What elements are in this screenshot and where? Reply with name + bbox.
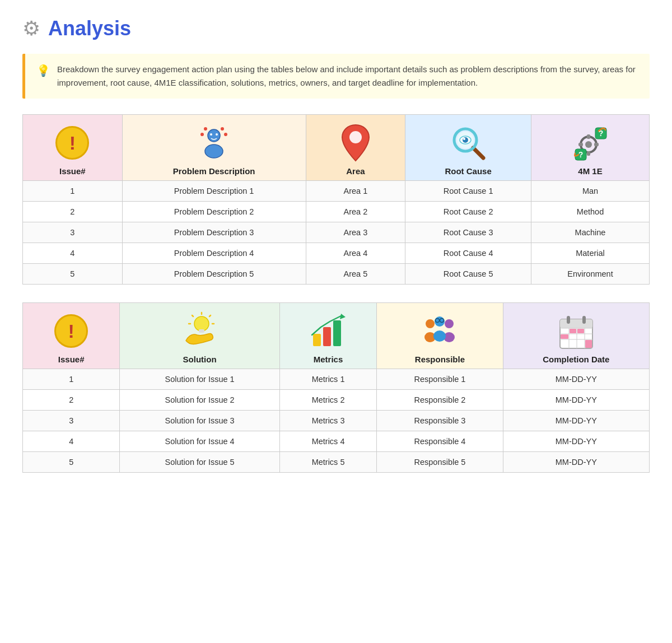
exclaim-icon: !	[52, 123, 92, 163]
table-cell: Metrics 4	[279, 431, 376, 452]
table-cell: Environment	[531, 264, 650, 285]
svg-rect-22	[587, 151, 590, 156]
svg-rect-51	[567, 316, 570, 324]
svg-point-45	[433, 330, 446, 342]
th-area: Area	[306, 115, 405, 181]
table-cell: Problem Description 5	[122, 264, 306, 285]
svg-text:!: !	[221, 127, 223, 132]
svg-text:!: !	[204, 127, 206, 132]
table-cell: 5	[23, 264, 123, 285]
svg-point-1	[205, 145, 223, 158]
table-cell: Metrics 3	[279, 411, 376, 431]
th-problem-label: Problem Description	[173, 166, 255, 176]
person-icon: ! ! ! !	[194, 123, 234, 163]
th-issue-label: Issue#	[59, 166, 86, 176]
gear-icon: ⚙	[22, 17, 40, 40]
table-row: 1Problem Description 1Area 1Root Cause 1…	[23, 181, 650, 202]
svg-line-32	[209, 315, 211, 316]
table-cell: 2	[23, 202, 123, 222]
analysis-table-1: ! Issue#	[22, 114, 650, 285]
th2-responsible-label: Responsible	[415, 355, 465, 364]
table2-wrapper: ! Issue#	[22, 302, 650, 473]
svg-point-42	[445, 319, 454, 328]
table-row: 3Solution for Issue 3Metrics 3Responsibl…	[23, 411, 650, 431]
th2-metrics-label: Metrics	[314, 355, 343, 364]
table-cell: Responsible 2	[377, 390, 503, 411]
table-cell: Responsible 3	[377, 411, 503, 431]
th-area-label: Area	[346, 166, 365, 176]
svg-text:!: !	[201, 132, 203, 137]
table-cell: 1	[23, 181, 123, 202]
svg-rect-59	[570, 329, 576, 333]
table-cell: Responsible 4	[377, 431, 503, 452]
th-problem: ! ! ! !	[122, 115, 306, 181]
table-cell: Man	[531, 181, 650, 202]
th2-solution-label: Solution	[183, 355, 217, 364]
table-cell: 4	[23, 431, 120, 452]
table-cell: 2	[23, 390, 120, 411]
table-cell: Problem Description 1	[122, 181, 306, 202]
svg-rect-37	[323, 327, 331, 346]
table-cell: Responsible 1	[377, 369, 503, 390]
table-cell: Area 5	[306, 264, 405, 285]
table-cell: MM-DD-YY	[503, 452, 649, 473]
th-4m1e-label: 4M 1E	[578, 166, 602, 176]
svg-line-34	[192, 315, 193, 316]
svg-point-18	[463, 138, 465, 140]
th2-issue: ! Issue#	[23, 303, 120, 369]
table-cell: Solution for Issue 2	[120, 390, 279, 411]
table-cell: Metrics 5	[279, 452, 376, 473]
th2-issue-label: Issue#	[58, 355, 85, 364]
table-cell: Solution for Issue 5	[120, 452, 279, 473]
table-cell: Root Cause 1	[405, 181, 531, 202]
svg-rect-38	[333, 320, 341, 346]
table-cell: 3	[23, 222, 123, 243]
calendar-icon	[556, 311, 596, 351]
svg-rect-61	[561, 334, 568, 339]
th2-date: Completion Date	[503, 303, 649, 369]
svg-point-40	[426, 319, 435, 328]
svg-rect-60	[577, 329, 584, 333]
th-4m1e: ? ? 4M 1E	[531, 115, 650, 181]
table-row: 2Solution for Issue 2Metrics 2Responsibl…	[23, 390, 650, 411]
th-root: Root Cause	[405, 115, 531, 181]
table-cell: Machine	[531, 222, 650, 243]
svg-point-29	[194, 316, 209, 331]
table-cell: Area 2	[306, 202, 405, 222]
table-row: 1Solution for Issue 1Metrics 1Responsibl…	[23, 369, 650, 390]
th2-metrics: Metrics	[279, 303, 376, 369]
table-row: 4Solution for Issue 4Metrics 4Responsibl…	[23, 431, 650, 452]
table-cell: Method	[531, 202, 650, 222]
table-cell: Metrics 1	[279, 369, 376, 390]
table-cell: Root Cause 2	[405, 202, 531, 222]
svg-point-10	[210, 133, 212, 136]
people-icon	[419, 311, 460, 351]
svg-point-12	[349, 131, 362, 143]
table-cell: Area 1	[306, 181, 405, 202]
table-cell: Problem Description 2	[122, 202, 306, 222]
table-cell: Solution for Issue 3	[120, 411, 279, 431]
exclaim-icon-2: !	[51, 311, 91, 351]
svg-rect-30	[199, 329, 204, 333]
table-cell: MM-DD-YY	[503, 369, 649, 390]
lightbulb-icon: 💡	[36, 64, 50, 90]
table-cell: Metrics 2	[279, 390, 376, 411]
info-box: 💡 Breakdown the survey engagement action…	[22, 54, 650, 99]
table-cell: Area 3	[306, 222, 405, 243]
table-cell: Root Cause 3	[405, 222, 531, 243]
svg-rect-50	[560, 319, 592, 328]
table-row: 4Problem Description 4Area 4Root Cause 4…	[23, 243, 650, 264]
table-cell: Problem Description 3	[122, 222, 306, 243]
svg-rect-52	[582, 316, 586, 324]
table-cell: 5	[23, 452, 120, 473]
table-cell: Solution for Issue 4	[120, 431, 279, 452]
table-cell: MM-DD-YY	[503, 390, 649, 411]
th-root-label: Root Cause	[445, 166, 491, 176]
table-cell: MM-DD-YY	[503, 431, 649, 452]
table-cell: 1	[23, 369, 120, 390]
svg-rect-21	[587, 134, 590, 139]
table-cell: Solution for Issue 1	[120, 369, 279, 390]
table-row: 5Solution for Issue 5Metrics 5Responsibl…	[23, 452, 650, 473]
table-cell: Area 4	[306, 243, 405, 264]
svg-point-17	[463, 137, 468, 143]
